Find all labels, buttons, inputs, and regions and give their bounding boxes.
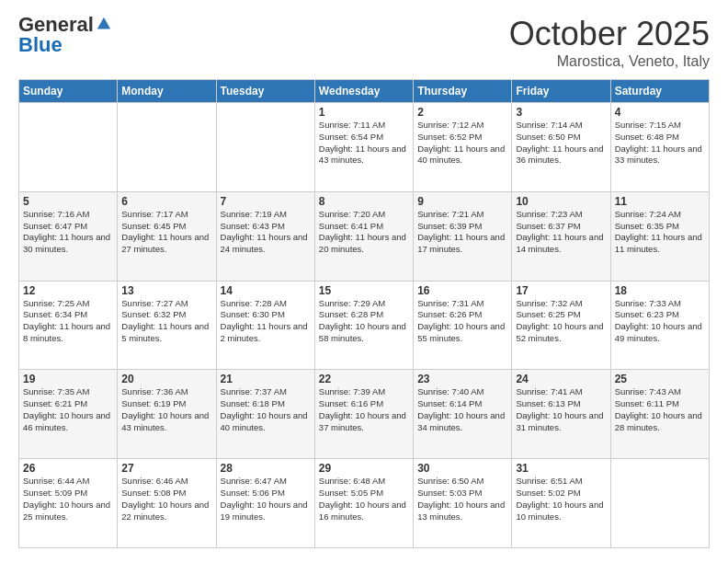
table-row: 6Sunrise: 7:17 AM Sunset: 6:45 PM Daylig… bbox=[118, 191, 216, 281]
day-number: 13 bbox=[121, 284, 211, 297]
table-row: 1Sunrise: 7:11 AM Sunset: 6:54 PM Daylig… bbox=[314, 103, 413, 192]
day-number: 22 bbox=[319, 373, 409, 385]
table-row: 9Sunrise: 7:21 AM Sunset: 6:39 PM Daylig… bbox=[414, 191, 512, 281]
day-info: Sunrise: 7:24 AM Sunset: 6:35 PM Dayligh… bbox=[615, 209, 705, 256]
day-info: Sunrise: 7:33 AM Sunset: 6:23 PM Dayligh… bbox=[615, 298, 705, 345]
day-number: 14 bbox=[221, 284, 311, 297]
col-wednesday: Wednesday bbox=[314, 80, 413, 103]
table-row: 8Sunrise: 7:20 AM Sunset: 6:41 PM Daylig… bbox=[314, 191, 413, 281]
day-number: 6 bbox=[121, 195, 211, 208]
day-info: Sunrise: 6:47 AM Sunset: 5:06 PM Dayligh… bbox=[221, 476, 311, 523]
day-number: 3 bbox=[516, 106, 606, 119]
col-saturday: Saturday bbox=[610, 80, 709, 103]
day-number: 23 bbox=[417, 373, 507, 385]
table-row: 18Sunrise: 7:33 AM Sunset: 6:23 PM Dayli… bbox=[610, 281, 709, 370]
day-info: Sunrise: 6:50 AM Sunset: 5:03 PM Dayligh… bbox=[417, 476, 507, 523]
calendar-header-row: Sunday Monday Tuesday Wednesday Thursday… bbox=[19, 80, 710, 103]
logo-general-text: General bbox=[18, 15, 94, 35]
table-row: 13Sunrise: 7:27 AM Sunset: 6:32 PM Dayli… bbox=[118, 281, 216, 370]
title-block: October 2025 Marostica, Veneto, Italy bbox=[509, 15, 710, 70]
calendar-week-row: 19Sunrise: 7:35 AM Sunset: 6:21 PM Dayli… bbox=[19, 370, 710, 459]
day-number: 12 bbox=[23, 284, 113, 297]
day-info: Sunrise: 7:31 AM Sunset: 6:26 PM Dayligh… bbox=[417, 298, 507, 345]
table-row: 20Sunrise: 7:36 AM Sunset: 6:19 PM Dayli… bbox=[118, 370, 216, 459]
table-row: 4Sunrise: 7:15 AM Sunset: 6:48 PM Daylig… bbox=[610, 103, 709, 192]
table-row: 25Sunrise: 7:43 AM Sunset: 6:11 PM Dayli… bbox=[610, 370, 709, 459]
table-row: 12Sunrise: 7:25 AM Sunset: 6:34 PM Dayli… bbox=[19, 281, 118, 370]
day-info: Sunrise: 7:36 AM Sunset: 6:19 PM Dayligh… bbox=[121, 386, 211, 433]
page: General Blue October 2025 Marostica, Ven… bbox=[0, 0, 728, 563]
calendar-week-row: 1Sunrise: 7:11 AM Sunset: 6:54 PM Daylig… bbox=[19, 103, 710, 192]
day-info: Sunrise: 7:39 AM Sunset: 6:16 PM Dayligh… bbox=[319, 386, 409, 433]
table-row bbox=[610, 459, 709, 548]
calendar-week-row: 26Sunrise: 6:44 AM Sunset: 5:09 PM Dayli… bbox=[19, 459, 710, 548]
day-info: Sunrise: 6:46 AM Sunset: 5:08 PM Dayligh… bbox=[121, 476, 211, 523]
day-number: 30 bbox=[417, 462, 507, 475]
table-row: 28Sunrise: 6:47 AM Sunset: 5:06 PM Dayli… bbox=[216, 459, 314, 548]
day-number: 27 bbox=[121, 462, 211, 475]
day-number: 29 bbox=[319, 462, 409, 475]
calendar: Sunday Monday Tuesday Wednesday Thursday… bbox=[18, 79, 710, 548]
table-row: 7Sunrise: 7:19 AM Sunset: 6:43 PM Daylig… bbox=[216, 191, 314, 281]
table-row bbox=[118, 103, 216, 192]
col-monday: Monday bbox=[118, 80, 216, 103]
table-row: 16Sunrise: 7:31 AM Sunset: 6:26 PM Dayli… bbox=[414, 281, 512, 370]
day-number: 26 bbox=[23, 462, 113, 475]
table-row: 5Sunrise: 7:16 AM Sunset: 6:47 PM Daylig… bbox=[19, 191, 118, 281]
day-info: Sunrise: 7:41 AM Sunset: 6:13 PM Dayligh… bbox=[516, 386, 606, 433]
col-sunday: Sunday bbox=[19, 80, 118, 103]
day-number: 11 bbox=[615, 195, 705, 208]
day-info: Sunrise: 6:44 AM Sunset: 5:09 PM Dayligh… bbox=[23, 476, 113, 523]
day-info: Sunrise: 7:32 AM Sunset: 6:25 PM Dayligh… bbox=[516, 298, 606, 345]
day-info: Sunrise: 7:23 AM Sunset: 6:37 PM Dayligh… bbox=[516, 209, 606, 256]
day-number: 21 bbox=[221, 373, 311, 385]
col-tuesday: Tuesday bbox=[216, 80, 314, 103]
day-number: 1 bbox=[319, 106, 409, 119]
logo-icon bbox=[96, 16, 112, 32]
calendar-week-row: 12Sunrise: 7:25 AM Sunset: 6:34 PM Dayli… bbox=[19, 281, 710, 370]
calendar-week-row: 5Sunrise: 7:16 AM Sunset: 6:47 PM Daylig… bbox=[19, 191, 710, 281]
table-row: 27Sunrise: 6:46 AM Sunset: 5:08 PM Dayli… bbox=[118, 459, 216, 548]
day-info: Sunrise: 7:20 AM Sunset: 6:41 PM Dayligh… bbox=[319, 209, 409, 256]
col-thursday: Thursday bbox=[414, 80, 512, 103]
table-row bbox=[19, 103, 118, 192]
table-row: 15Sunrise: 7:29 AM Sunset: 6:28 PM Dayli… bbox=[314, 281, 413, 370]
day-number: 15 bbox=[319, 284, 409, 297]
day-info: Sunrise: 7:11 AM Sunset: 6:54 PM Dayligh… bbox=[319, 120, 409, 167]
day-number: 28 bbox=[221, 462, 311, 475]
day-info: Sunrise: 7:17 AM Sunset: 6:45 PM Dayligh… bbox=[121, 209, 211, 256]
table-row: 17Sunrise: 7:32 AM Sunset: 6:25 PM Dayli… bbox=[512, 281, 610, 370]
day-number: 31 bbox=[516, 462, 606, 475]
day-number: 16 bbox=[417, 284, 507, 297]
header: General Blue October 2025 Marostica, Ven… bbox=[18, 15, 710, 70]
table-row: 29Sunrise: 6:48 AM Sunset: 5:05 PM Dayli… bbox=[314, 459, 413, 548]
day-info: Sunrise: 7:16 AM Sunset: 6:47 PM Dayligh… bbox=[23, 209, 113, 256]
day-number: 17 bbox=[516, 284, 606, 297]
svg-marker-0 bbox=[97, 17, 110, 29]
day-number: 20 bbox=[121, 373, 211, 385]
table-row: 26Sunrise: 6:44 AM Sunset: 5:09 PM Dayli… bbox=[19, 459, 118, 548]
table-row: 3Sunrise: 7:14 AM Sunset: 6:50 PM Daylig… bbox=[512, 103, 610, 192]
day-info: Sunrise: 6:51 AM Sunset: 5:02 PM Dayligh… bbox=[516, 476, 606, 523]
day-info: Sunrise: 7:37 AM Sunset: 6:18 PM Dayligh… bbox=[221, 386, 311, 433]
day-info: Sunrise: 7:15 AM Sunset: 6:48 PM Dayligh… bbox=[615, 120, 705, 167]
day-number: 5 bbox=[23, 195, 113, 208]
day-info: Sunrise: 7:35 AM Sunset: 6:21 PM Dayligh… bbox=[23, 386, 113, 433]
day-info: Sunrise: 6:48 AM Sunset: 5:05 PM Dayligh… bbox=[319, 476, 409, 523]
table-row: 24Sunrise: 7:41 AM Sunset: 6:13 PM Dayli… bbox=[512, 370, 610, 459]
day-info: Sunrise: 7:28 AM Sunset: 6:30 PM Dayligh… bbox=[221, 298, 311, 345]
table-row: 19Sunrise: 7:35 AM Sunset: 6:21 PM Dayli… bbox=[19, 370, 118, 459]
logo: General Blue bbox=[18, 15, 112, 55]
day-number: 4 bbox=[615, 106, 705, 119]
col-friday: Friday bbox=[512, 80, 610, 103]
day-info: Sunrise: 7:40 AM Sunset: 6:14 PM Dayligh… bbox=[417, 386, 507, 433]
day-number: 19 bbox=[23, 373, 113, 385]
table-row: 10Sunrise: 7:23 AM Sunset: 6:37 PM Dayli… bbox=[512, 191, 610, 281]
day-number: 2 bbox=[417, 106, 507, 119]
table-row: 21Sunrise: 7:37 AM Sunset: 6:18 PM Dayli… bbox=[216, 370, 314, 459]
day-info: Sunrise: 7:29 AM Sunset: 6:28 PM Dayligh… bbox=[319, 298, 409, 345]
day-number: 9 bbox=[417, 195, 507, 208]
logo-blue-text: Blue bbox=[18, 33, 63, 56]
day-info: Sunrise: 7:27 AM Sunset: 6:32 PM Dayligh… bbox=[121, 298, 211, 345]
day-info: Sunrise: 7:19 AM Sunset: 6:43 PM Dayligh… bbox=[221, 209, 311, 256]
